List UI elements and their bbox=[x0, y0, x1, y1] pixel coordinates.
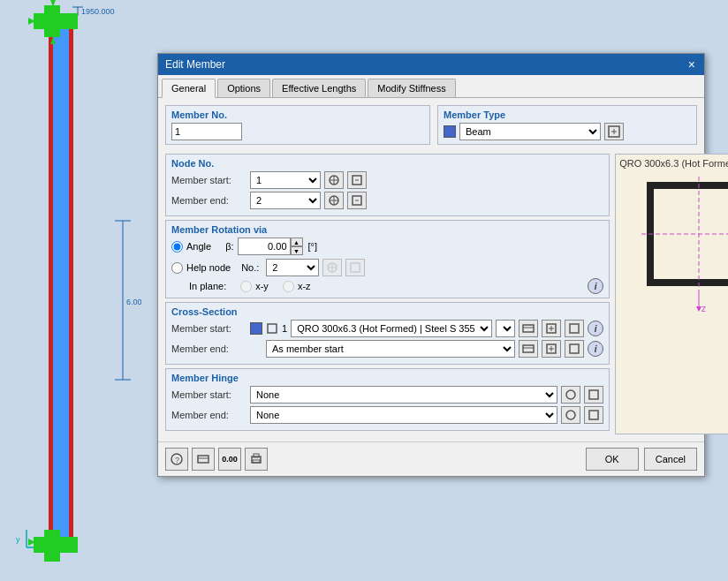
member-end-label: Member end: bbox=[171, 195, 246, 206]
hinge-label: Member Hinge bbox=[171, 373, 603, 383]
tab-options[interactable]: Options bbox=[217, 79, 270, 97]
member-no-input[interactable] bbox=[171, 123, 242, 140]
cs-start-select[interactable]: QRO 300x6.3 (Hot Formed) | Steel S 355 bbox=[291, 320, 492, 337]
cross-section-preview-panel: QRO 300x6.3 (Hot Formed) y bbox=[615, 154, 728, 434]
member-type-panel: Member Type Beam Column Truss Member bbox=[437, 105, 697, 145]
cs-icon bbox=[266, 322, 278, 335]
cs-start-edit-btn[interactable] bbox=[565, 320, 584, 337]
help-node-edit-btn[interactable] bbox=[345, 259, 365, 276]
dialog-title: Edit Member bbox=[165, 58, 225, 71]
plane-xy-radio[interactable] bbox=[240, 281, 252, 292]
hinge-end-label: Member end: bbox=[171, 410, 246, 420]
dialog-footer: ? 0.00 OK Cancel bbox=[158, 441, 704, 476]
spinner-up-btn[interactable]: ▲ bbox=[291, 238, 303, 246]
tab-modify-stiffness[interactable]: Modify Stiffness bbox=[368, 79, 455, 97]
svg-text:6.000: 6.000 bbox=[126, 298, 141, 306]
print-btn[interactable] bbox=[245, 448, 268, 471]
help-node-label: Help node bbox=[186, 262, 231, 273]
hinge-start-pick-btn[interactable] bbox=[561, 386, 580, 404]
help-node-radio[interactable] bbox=[171, 262, 183, 274]
svg-rect-47 bbox=[523, 345, 534, 352]
member-end-row: Member end: 21 bbox=[171, 192, 603, 209]
tab-effective-lengths[interactable]: Effective Lengths bbox=[272, 79, 366, 97]
svg-rect-69 bbox=[198, 456, 209, 463]
svg-rect-13 bbox=[53, 18, 69, 539]
hinge-end-row: Member end: None bbox=[171, 406, 603, 424]
plane-xy-label: x-y bbox=[255, 281, 269, 291]
help-btn[interactable]: ? bbox=[165, 448, 188, 471]
zero-label: 0.00 bbox=[222, 455, 238, 464]
spinner-down-btn[interactable]: ▼ bbox=[291, 246, 303, 255]
member-start-select[interactable]: 12 bbox=[250, 171, 321, 189]
cs-start-color-select[interactable]: ■ bbox=[496, 320, 515, 337]
member-type-select[interactable]: Beam Column Truss Member bbox=[459, 123, 601, 140]
rotation-info-btn[interactable]: i bbox=[588, 278, 603, 294]
cs-end-select[interactable]: As member start bbox=[266, 340, 515, 358]
cs-end-new-btn[interactable] bbox=[542, 340, 561, 358]
plane-xz-label: x-z bbox=[298, 281, 311, 291]
hinge-start-select[interactable]: None bbox=[250, 386, 557, 404]
edit-member-dialog: Edit Member × General Options Effective … bbox=[157, 53, 705, 477]
in-plane-row: In plane: x-y x-z i bbox=[189, 278, 603, 294]
rotation-label: Member Rotation via bbox=[171, 224, 603, 235]
svg-rect-46 bbox=[570, 324, 579, 333]
hinge-start-edit-btn[interactable] bbox=[584, 386, 603, 404]
member-end-select[interactable]: 21 bbox=[250, 192, 321, 209]
member-start-node-btn[interactable] bbox=[347, 171, 367, 189]
svg-rect-52 bbox=[570, 344, 579, 353]
angle-value-input[interactable] bbox=[238, 238, 291, 255]
help-node-row: Help node No.: 21 bbox=[171, 259, 603, 276]
node-no-label: Node No. bbox=[171, 158, 603, 169]
tab-general[interactable]: General bbox=[162, 79, 216, 98]
ok-button[interactable]: OK bbox=[586, 448, 639, 471]
tab-bar: General Options Effective Lengths Modify… bbox=[158, 75, 704, 98]
member-no-label: Member No. bbox=[171, 109, 424, 120]
member-end-pick-btn[interactable] bbox=[324, 192, 344, 209]
cs-start-library-btn[interactable] bbox=[519, 320, 538, 337]
angle-row: Angle β: ▲ ▼ [°] bbox=[171, 238, 603, 255]
help-node-pick-btn[interactable] bbox=[322, 259, 342, 276]
cs-start-new-btn[interactable] bbox=[542, 320, 561, 337]
zero-btn[interactable]: 0.00 bbox=[218, 448, 241, 471]
cs-start-label: Member start: bbox=[171, 323, 246, 334]
member-type-color bbox=[444, 125, 456, 138]
cross-section-panel: Cross-Section Member start: 1 QRO 300x6.… bbox=[165, 302, 610, 365]
cancel-button[interactable]: Cancel bbox=[644, 448, 697, 471]
member-type-label: Member Type bbox=[444, 109, 691, 120]
member-end-node-btn[interactable] bbox=[347, 192, 367, 209]
svg-point-53 bbox=[566, 390, 575, 399]
plane-xz-radio[interactable] bbox=[283, 281, 294, 292]
member-type-edit-btn[interactable] bbox=[604, 123, 624, 140]
member-start-label: Member start: bbox=[171, 175, 246, 185]
member-no-panel: Member No. bbox=[165, 105, 430, 145]
cs-start-info-btn[interactable]: i bbox=[588, 321, 603, 336]
angle-label: Angle bbox=[186, 241, 211, 252]
hinge-end-edit-btn[interactable] bbox=[584, 406, 603, 424]
close-button[interactable]: × bbox=[686, 58, 697, 71]
edit-btn[interactable] bbox=[192, 448, 215, 471]
cross-section-label: Cross-Section bbox=[171, 306, 603, 317]
hinge-end-pick-btn[interactable] bbox=[561, 406, 580, 424]
cs-end-edit-btn[interactable] bbox=[565, 340, 584, 358]
svg-text:z: z bbox=[701, 304, 706, 313]
svg-rect-73 bbox=[253, 460, 260, 463]
hinge-end-select[interactable]: None bbox=[250, 406, 557, 424]
member-start-pick-btn[interactable] bbox=[324, 171, 344, 189]
hinge-start-label: Member start: bbox=[171, 389, 246, 400]
svg-rect-56 bbox=[589, 411, 598, 419]
dialog-body: Member No. Member Type Beam Column Truss… bbox=[158, 98, 704, 441]
left-panel: Node No. Member start: 12 bbox=[165, 154, 610, 434]
angle-radio[interactable] bbox=[171, 241, 183, 253]
section-svg: y z bbox=[619, 172, 728, 313]
cs-end-library-btn[interactable] bbox=[519, 340, 538, 358]
cs-start-color bbox=[250, 322, 262, 335]
member-hinge-panel: Member Hinge Member start: None bbox=[165, 368, 610, 431]
footer-left-buttons: ? 0.00 bbox=[165, 448, 580, 471]
svg-rect-39 bbox=[351, 263, 360, 272]
cs-end-info-btn[interactable]: i bbox=[588, 341, 603, 357]
svg-rect-41 bbox=[523, 325, 534, 332]
angle-spinner: ▲ ▼ bbox=[238, 238, 303, 255]
hinge-start-row: Member start: None bbox=[171, 386, 603, 404]
svg-rect-20 bbox=[44, 530, 60, 562]
help-node-select[interactable]: 21 bbox=[266, 259, 319, 276]
